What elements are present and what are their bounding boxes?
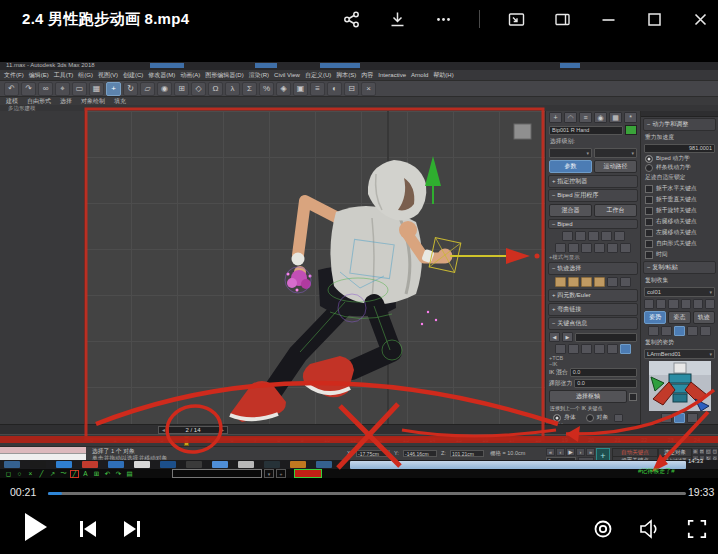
copy-mode-button[interactable]: 轨迹 [693, 311, 715, 324]
delete-posture-icon[interactable] [687, 326, 698, 336]
toolbar-icon[interactable]: ▭ [72, 82, 87, 96]
lock-com-icon[interactable] [594, 277, 605, 287]
toolbar-icon[interactable]: ▱ [140, 82, 155, 96]
toolbar-icon[interactable]: ◇ [191, 82, 206, 96]
workbench-button[interactable]: 工作台 [594, 204, 637, 217]
next-frame-arrow[interactable]: ► [220, 427, 225, 433]
z-coordinate-field[interactable]: 101.21cm [450, 450, 484, 457]
delete-all-postures-icon[interactable] [700, 326, 711, 336]
menu-item[interactable]: 视图(V) [98, 71, 118, 80]
adaption-checkbox[interactable]: 躯干水平关键点 [641, 183, 718, 194]
copy-mode-button[interactable]: 姿态 [668, 311, 690, 324]
adaption-checkbox[interactable]: 左腿移动关键点 [641, 227, 718, 238]
taskbar-app-icon[interactable] [134, 461, 150, 468]
annotation-tool-icon[interactable]: ▤ [125, 470, 134, 478]
key-number-field[interactable] [575, 333, 637, 342]
opposite-icon[interactable] [620, 277, 631, 287]
gravity-field[interactable]: 981.0001 [644, 144, 715, 153]
motion-flow-mode-icon[interactable] [588, 231, 599, 241]
body-space-radio[interactable]: 身体 [549, 413, 580, 422]
maximize-icon[interactable] [644, 9, 664, 29]
preview-snapshot-icon[interactable] [661, 413, 672, 423]
frame-number-box[interactable]: ◄ 2 / 14 ► [158, 426, 228, 434]
footstep-mode-icon[interactable] [575, 231, 586, 241]
selection-dropdown[interactable]: ▾ [549, 148, 592, 158]
rollout-copy-paste[interactable]: − 复制/粘贴 [643, 261, 716, 274]
viewport-nav-icon[interactable]: ▢ [712, 448, 718, 455]
pivot-checkbox[interactable] [629, 393, 637, 401]
rollout-track-selection[interactable]: − 轨迹选择 [548, 262, 638, 275]
panel-tab-icon[interactable]: ◠ [564, 112, 577, 123]
annotation-tool-icon[interactable]: × [26, 470, 35, 478]
biped-convert-icon[interactable] [581, 243, 592, 253]
annotation-tool-icon[interactable]: 〜 [59, 470, 68, 478]
annotation-tool-icon[interactable]: ╱ [70, 470, 79, 478]
record-target-icon[interactable] [593, 519, 613, 539]
annotation-tool-icon[interactable]: ↶ [103, 470, 112, 478]
trajectory-toggle-icon[interactable] [620, 344, 631, 354]
paste-posture-icon[interactable] [661, 326, 672, 336]
y-coordinate-field[interactable]: -146.16cm [403, 450, 437, 457]
taskbar-app-icon[interactable] [160, 461, 176, 468]
toolbar-icon[interactable]: ▣ [293, 82, 308, 96]
menu-item[interactable]: 图形编辑器(D) [205, 71, 243, 80]
taskbar-app-icon[interactable] [186, 461, 202, 468]
minimize-icon[interactable] [598, 9, 618, 29]
delete-collection-icon[interactable] [668, 299, 678, 309]
taskbar-app-icon[interactable] [212, 461, 228, 468]
body-horizontal-icon[interactable] [555, 277, 566, 287]
panel-tab-icon[interactable]: ▦ [609, 112, 622, 123]
toolbar-icon[interactable]: + [106, 82, 121, 96]
menu-item[interactable]: 内容 [361, 71, 373, 80]
adaption-checkbox[interactable]: 时间 [641, 249, 718, 260]
copied-pose-dropdown[interactable]: LArmBend01▾ [644, 349, 715, 359]
mixer-mode-icon[interactable] [601, 231, 612, 241]
taskbar-app-icon[interactable] [108, 461, 124, 468]
menu-item[interactable]: 编辑(E) [29, 71, 49, 80]
toolbar-icon[interactable]: ▦ [89, 82, 104, 96]
biped-tool-icon[interactable] [620, 243, 631, 253]
toolbar-icon[interactable]: ↻ [123, 82, 138, 96]
annotation-tool-icon[interactable]: ◻ [4, 470, 13, 478]
load-collection-icon[interactable] [693, 299, 703, 309]
previous-video-button[interactable] [78, 519, 98, 539]
rollout-key-info[interactable]: − 关键点信息 [548, 317, 638, 330]
annotation-plus-button[interactable]: + [276, 469, 286, 478]
menu-item[interactable]: 文件(F) [4, 71, 24, 80]
biped-dynamics-radio[interactable]: Biped 动力学 [641, 154, 718, 163]
figure-mode-icon[interactable] [562, 231, 573, 241]
scene-explorer-panel[interactable] [0, 111, 85, 424]
volume-icon[interactable] [639, 518, 661, 540]
menu-item[interactable]: Arnold [411, 72, 428, 78]
save-collection-icon[interactable] [705, 299, 715, 309]
adaption-checkbox[interactable]: 躯干垂直关键点 [641, 194, 718, 205]
annotation-size-spinner[interactable]: ▾ [264, 469, 274, 478]
menu-item[interactable]: 创建(C) [123, 71, 143, 80]
rollout-biped[interactable]: − Biped [548, 219, 638, 229]
seek-bar[interactable] [48, 492, 686, 495]
toolbar-icon[interactable]: λ [225, 82, 240, 96]
taskbar-app-icon[interactable] [30, 461, 46, 468]
toolbar-icon[interactable]: ↷ [21, 82, 36, 96]
preview-options-icon[interactable] [687, 413, 698, 423]
annotation-tool-icon[interactable]: ⊞ [92, 470, 101, 478]
delete-key-icon[interactable] [568, 344, 579, 354]
toolbar-icon[interactable]: Σ [242, 82, 257, 96]
panel-tab-icon[interactable]: ◉ [594, 112, 607, 123]
paste-opposite-icon[interactable] [674, 326, 685, 336]
menu-item[interactable]: 工具(T) [54, 71, 74, 80]
set-sliding-key-icon[interactable] [594, 344, 605, 354]
rollout-biped-apps[interactable]: − Biped 应用程序 [548, 189, 638, 202]
toolbar-icon[interactable]: ≡ [310, 82, 325, 96]
object-color-swatch[interactable] [625, 125, 637, 135]
time-slider-marker[interactable] [184, 436, 189, 446]
close-icon[interactable] [690, 9, 710, 29]
object-name-field[interactable]: Bip001 R Hand [549, 126, 623, 135]
biped-move-all-icon[interactable] [594, 243, 605, 253]
menu-item[interactable]: Interactive [378, 72, 406, 78]
menu-item[interactable]: 渲染(R) [249, 71, 269, 80]
playback-button[interactable]: « [546, 448, 555, 456]
previous-frame-arrow[interactable]: ◄ [161, 427, 166, 433]
duplicate-collection-icon[interactable] [656, 299, 666, 309]
toolbar-icon[interactable]: × [361, 82, 376, 96]
